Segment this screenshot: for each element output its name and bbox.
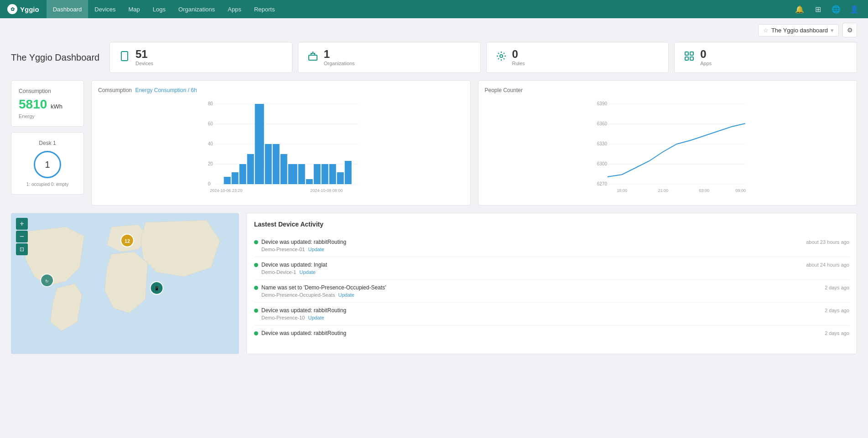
energy-chart-widget: Comsumption Energy Consumption / 6h 80 6… <box>91 80 471 206</box>
rules-count: 0 <box>512 49 525 60</box>
app-logo[interactable]: ✿ Yggio <box>7 4 39 14</box>
svg-text:40: 40 <box>208 141 213 146</box>
svg-rect-3 <box>311 53 315 55</box>
activity-time-4: 2 days ago <box>825 308 849 313</box>
nav-organizations[interactable]: Organizations <box>172 0 221 18</box>
activity-item-5: Device was updated: rabbitRouting 2 days… <box>254 325 849 342</box>
energy-chart-link[interactable]: Energy Consumption / 6h <box>135 87 197 93</box>
logo-icon: ✿ <box>7 4 17 14</box>
user-icon[interactable]: 👤 <box>848 3 861 15</box>
activity-header-5: Device was updated: rabbitRouting 2 days… <box>254 330 849 336</box>
svg-text:6270: 6270 <box>597 181 607 186</box>
energy-svg: 80 60 40 20 0 <box>98 97 464 197</box>
bottom-row: + − ⊡ 12 <box>11 213 857 354</box>
svg-rect-22 <box>232 172 239 184</box>
device-icon <box>119 51 130 64</box>
activity-msg-1: Device was updated: rabbitRouting <box>254 239 346 245</box>
app-name: Yggio <box>20 5 39 13</box>
svg-rect-23 <box>239 164 246 184</box>
nav-devices[interactable]: Devices <box>88 0 122 18</box>
svg-text:80: 80 <box>208 101 213 106</box>
apps-icon <box>684 51 695 64</box>
svg-text:0: 0 <box>208 181 211 186</box>
map-widget: + − ⊡ 12 <box>11 213 239 354</box>
stat-card-rules[interactable]: 0 Rules <box>486 42 669 73</box>
dashboard-selector[interactable]: ☆ The Yggio dashboard ▾ <box>758 24 839 36</box>
activity-link-2[interactable]: Update <box>299 269 315 275</box>
stat-card-apps[interactable]: 0 Apps <box>674 42 857 73</box>
activity-dot-2 <box>254 263 258 267</box>
nav-dashboard[interactable]: Dashboard <box>47 0 88 18</box>
stat-card-devices[interactable]: 51 Devices <box>109 42 292 73</box>
activity-header-1: Device was updated: rabbitRouting about … <box>254 239 849 245</box>
energy-chart-title-text: Comsumption <box>98 87 132 93</box>
activity-title: Lastest Device Activity <box>254 221 849 228</box>
map-zoom-out[interactable]: − <box>16 231 28 242</box>
activity-header-2: Device was updated: Inglat about 24 hour… <box>254 262 849 268</box>
activity-msg-5: Device was updated: rabbitRouting <box>254 330 346 336</box>
globe-icon[interactable]: 🌐 <box>830 3 842 15</box>
svg-text:15:00: 15:00 <box>617 188 627 193</box>
activity-time-5: 2 days ago <box>825 330 849 336</box>
svg-rect-28 <box>281 154 287 184</box>
rules-label: Rules <box>512 61 525 66</box>
rules-icon <box>496 51 507 64</box>
map-controls: + − ⊡ <box>16 218 28 255</box>
activity-widget: Lastest Device Activity Device was updat… <box>246 213 857 354</box>
nav-reports[interactable]: Reports <box>248 0 281 18</box>
stat-cards: 51 Devices 1 Organizations <box>109 42 857 73</box>
svg-text:6360: 6360 <box>597 121 607 126</box>
desk-circle: 1 <box>34 151 61 178</box>
map-svg: 12 📱 ↻ <box>11 213 239 354</box>
activity-header-4: Device was updated: rabbitRouting 2 days… <box>254 307 849 314</box>
svg-rect-26 <box>265 144 272 184</box>
page-title: The Yggio Dashboard <box>11 52 102 63</box>
devices-count: 51 <box>135 49 153 60</box>
people-chart-widget: People Counter 6390 6360 6330 6300 6270 … <box>478 80 858 206</box>
left-widgets: Consumption 5810 kWh Energy Desk 1 1 1: … <box>11 80 84 206</box>
nav-logs[interactable]: Logs <box>146 0 172 18</box>
svg-rect-9 <box>690 57 693 60</box>
svg-text:09:00: 09:00 <box>735 188 746 193</box>
nav-map[interactable]: Map <box>122 0 146 18</box>
stat-card-organizations[interactable]: 1 Organizations <box>298 42 481 73</box>
settings-button[interactable]: ⚙ <box>842 23 857 37</box>
activity-dot-3 <box>254 286 258 290</box>
svg-text:2024-10-06 23:20: 2024-10-06 23:20 <box>210 188 242 193</box>
svg-rect-34 <box>329 164 336 184</box>
consumption-widget: Consumption 5810 kWh Energy <box>11 80 84 127</box>
svg-text:📱: 📱 <box>154 286 160 291</box>
people-chart-title: People Counter <box>485 87 851 93</box>
consumption-sub: Energy <box>19 113 76 119</box>
activity-item: Device was updated: rabbitRouting about … <box>254 234 849 257</box>
star-icon: ☆ <box>763 27 769 34</box>
nav-apps[interactable]: Apps <box>221 0 248 18</box>
activity-item-4: Device was updated: rabbitRouting 2 days… <box>254 303 849 325</box>
consumption-unit: kWh <box>51 103 62 110</box>
activity-link-4[interactable]: Update <box>308 315 324 320</box>
svg-rect-2 <box>309 55 317 60</box>
activity-link-3[interactable]: Update <box>338 292 354 298</box>
consumption-title: Consumption <box>19 88 76 94</box>
activity-sub-2: Demo-Device-1 Update <box>261 269 849 275</box>
header-row: The Yggio Dashboard 51 Devices <box>11 42 857 73</box>
activity-link-1[interactable]: Update <box>308 247 324 252</box>
svg-text:60: 60 <box>208 121 213 126</box>
svg-text:6330: 6330 <box>597 141 607 146</box>
grid-icon[interactable]: ⊞ <box>811 3 824 15</box>
activity-sub-1: Demo-Presence-01 Update <box>261 247 849 252</box>
activity-header-3: Name was set to 'Demo-Presence-Occupied-… <box>254 284 849 291</box>
people-svg: 6390 6360 6330 6300 6270 15:00 21:00 03:… <box>485 97 851 197</box>
chevron-down-icon: ▾ <box>831 27 834 34</box>
svg-rect-31 <box>306 179 313 184</box>
energy-chart-title: Comsumption Energy Consumption / 6h <box>98 87 464 93</box>
map-layers[interactable]: ⊡ <box>16 243 28 255</box>
desk-widget: Desk 1 1 1: occupied 0: empty <box>11 132 84 195</box>
svg-rect-29 <box>288 164 297 184</box>
activity-sub-4: Demo-Presence-10 Update <box>261 315 849 320</box>
widgets-row: Consumption 5810 kWh Energy Desk 1 1 1: … <box>11 80 857 206</box>
svg-point-5 <box>500 55 503 57</box>
svg-rect-0 <box>121 52 128 61</box>
notification-icon[interactable]: 🔔 <box>793 3 806 15</box>
map-zoom-in[interactable]: + <box>16 218 28 230</box>
